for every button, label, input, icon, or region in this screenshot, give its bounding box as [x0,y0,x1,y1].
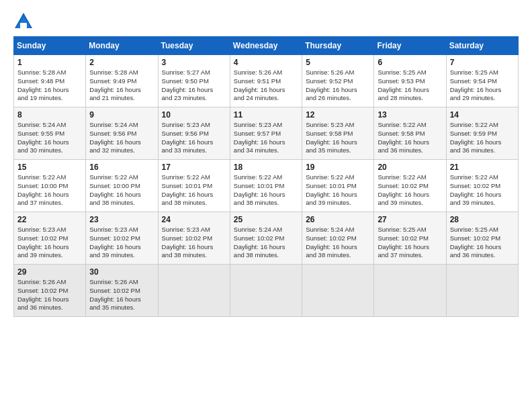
svg-rect-2 [20,23,27,28]
calendar-cell: 7Sunrise: 5:25 AM Sunset: 9:54 PM Daylig… [446,55,518,107]
calendar-cell [158,265,230,317]
calendar-cell [446,265,518,317]
day-info: Sunrise: 5:22 AM Sunset: 10:00 PM Daylig… [17,173,82,208]
day-info: Sunrise: 5:26 AM Sunset: 9:52 PM Dayligh… [306,68,370,103]
day-info: Sunrise: 5:25 AM Sunset: 10:02 PM Daylig… [450,226,515,260]
calendar-week-3: 15Sunrise: 5:22 AM Sunset: 10:00 PM Dayl… [14,160,519,212]
calendar-cell: 13Sunrise: 5:22 AM Sunset: 9:58 PM Dayli… [374,107,446,160]
calendar-header-friday: Friday [374,37,446,55]
calendar-cell: 22Sunrise: 5:23 AM Sunset: 10:02 PM Dayl… [14,212,86,265]
calendar-cell: 21Sunrise: 5:22 AM Sunset: 10:02 PM Dayl… [446,160,518,212]
calendar-header-thursday: Thursday [302,37,374,55]
day-number: 12 [306,110,370,120]
calendar-cell: 18Sunrise: 5:22 AM Sunset: 10:01 PM Dayl… [230,160,302,212]
day-info: Sunrise: 5:23 AM Sunset: 9:56 PM Dayligh… [162,121,226,155]
day-info: Sunrise: 5:24 AM Sunset: 10:02 PM Daylig… [306,226,370,260]
day-info: Sunrise: 5:22 AM Sunset: 10:01 PM Daylig… [306,173,370,208]
day-number: 29 [17,267,82,277]
calendar-cell: 12Sunrise: 5:23 AM Sunset: 9:58 PM Dayli… [302,107,374,160]
calendar-header-wednesday: Wednesday [230,37,302,55]
calendar-cell: 17Sunrise: 5:22 AM Sunset: 10:01 PM Dayl… [158,160,230,212]
day-number: 6 [378,58,442,67]
day-number: 5 [306,58,370,67]
day-info: Sunrise: 5:22 AM Sunset: 10:01 PM Daylig… [162,173,226,208]
day-info: Sunrise: 5:23 AM Sunset: 10:02 PM Daylig… [17,226,82,260]
calendar-cell: 15Sunrise: 5:22 AM Sunset: 10:00 PM Dayl… [14,160,86,212]
calendar-header-tuesday: Tuesday [158,37,230,55]
calendar-header-saturday: Saturday [446,37,518,55]
calendar-cell: 3Sunrise: 5:27 AM Sunset: 9:50 PM Daylig… [158,55,230,107]
day-info: Sunrise: 5:26 AM Sunset: 10:02 PM Daylig… [89,278,154,312]
calendar-cell: 25Sunrise: 5:24 AM Sunset: 10:02 PM Dayl… [230,212,302,265]
day-info: Sunrise: 5:22 AM Sunset: 10:00 PM Daylig… [89,173,154,208]
calendar-cell: 19Sunrise: 5:22 AM Sunset: 10:01 PM Dayl… [302,160,374,212]
page: SundayMondayTuesdayWednesdayThursdayFrid… [0,0,532,324]
calendar-cell: 27Sunrise: 5:25 AM Sunset: 10:02 PM Dayl… [374,212,446,265]
day-info: Sunrise: 5:22 AM Sunset: 9:58 PM Dayligh… [378,121,442,155]
day-number: 10 [162,110,226,120]
calendar: SundayMondayTuesdayWednesdayThursdayFrid… [13,36,519,317]
calendar-header-row: SundayMondayTuesdayWednesdayThursdayFrid… [14,37,519,55]
day-number: 30 [89,267,154,277]
day-number: 27 [378,215,442,224]
day-info: Sunrise: 5:25 AM Sunset: 9:54 PM Dayligh… [450,68,515,103]
day-number: 1 [17,58,82,67]
day-info: Sunrise: 5:23 AM Sunset: 9:58 PM Dayligh… [306,121,370,155]
day-number: 25 [234,215,298,224]
day-number: 19 [306,163,370,172]
day-info: Sunrise: 5:24 AM Sunset: 9:56 PM Dayligh… [89,121,154,155]
calendar-cell: 14Sunrise: 5:22 AM Sunset: 9:59 PM Dayli… [446,107,518,160]
day-number: 15 [17,163,82,172]
day-number: 7 [450,58,515,67]
day-info: Sunrise: 5:25 AM Sunset: 9:53 PM Dayligh… [378,68,442,103]
day-info: Sunrise: 5:27 AM Sunset: 9:50 PM Dayligh… [162,68,226,103]
calendar-cell: 28Sunrise: 5:25 AM Sunset: 10:02 PM Dayl… [446,212,518,265]
calendar-cell: 29Sunrise: 5:26 AM Sunset: 10:02 PM Dayl… [14,265,86,317]
day-number: 23 [89,215,154,224]
calendar-week-4: 22Sunrise: 5:23 AM Sunset: 10:02 PM Dayl… [14,212,519,265]
calendar-header-monday: Monday [86,37,158,55]
calendar-cell: 2Sunrise: 5:28 AM Sunset: 9:49 PM Daylig… [86,55,158,107]
calendar-cell: 20Sunrise: 5:22 AM Sunset: 10:02 PM Dayl… [374,160,446,212]
calendar-cell: 24Sunrise: 5:23 AM Sunset: 10:02 PM Dayl… [158,212,230,265]
day-info: Sunrise: 5:25 AM Sunset: 10:02 PM Daylig… [378,226,442,260]
calendar-cell: 26Sunrise: 5:24 AM Sunset: 10:02 PM Dayl… [302,212,374,265]
calendar-cell: 6Sunrise: 5:25 AM Sunset: 9:53 PM Daylig… [374,55,446,107]
day-info: Sunrise: 5:22 AM Sunset: 10:02 PM Daylig… [378,173,442,208]
day-info: Sunrise: 5:28 AM Sunset: 9:48 PM Dayligh… [17,68,82,103]
day-number: 3 [162,58,226,67]
calendar-week-5: 29Sunrise: 5:26 AM Sunset: 10:02 PM Dayl… [14,265,519,317]
day-number: 28 [450,215,515,224]
calendar-cell: 16Sunrise: 5:22 AM Sunset: 10:00 PM Dayl… [86,160,158,212]
day-number: 18 [234,163,298,172]
logo-icon [13,11,34,31]
day-info: Sunrise: 5:26 AM Sunset: 10:02 PM Daylig… [17,278,82,312]
day-info: Sunrise: 5:23 AM Sunset: 10:02 PM Daylig… [89,226,154,260]
day-number: 26 [306,215,370,224]
day-number: 13 [378,110,442,120]
day-number: 9 [89,110,154,120]
calendar-cell: 11Sunrise: 5:23 AM Sunset: 9:57 PM Dayli… [230,107,302,160]
calendar-cell: 8Sunrise: 5:24 AM Sunset: 9:55 PM Daylig… [14,107,86,160]
calendar-week-1: 1Sunrise: 5:28 AM Sunset: 9:48 PM Daylig… [14,55,519,107]
day-info: Sunrise: 5:24 AM Sunset: 10:02 PM Daylig… [234,226,298,260]
day-info: Sunrise: 5:24 AM Sunset: 9:55 PM Dayligh… [17,121,82,155]
calendar-cell: 5Sunrise: 5:26 AM Sunset: 9:52 PM Daylig… [302,55,374,107]
day-number: 16 [89,163,154,172]
calendar-cell: 4Sunrise: 5:26 AM Sunset: 9:51 PM Daylig… [230,55,302,107]
day-number: 17 [162,163,226,172]
day-info: Sunrise: 5:23 AM Sunset: 9:57 PM Dayligh… [234,121,298,155]
header [13,11,519,31]
calendar-cell [302,265,374,317]
calendar-cell: 30Sunrise: 5:26 AM Sunset: 10:02 PM Dayl… [86,265,158,317]
calendar-cell: 9Sunrise: 5:24 AM Sunset: 9:56 PM Daylig… [86,107,158,160]
day-number: 8 [17,110,82,120]
calendar-cell [374,265,446,317]
day-info: Sunrise: 5:23 AM Sunset: 10:02 PM Daylig… [162,226,226,260]
day-info: Sunrise: 5:26 AM Sunset: 9:51 PM Dayligh… [234,68,298,103]
logo [13,11,36,31]
day-number: 21 [450,163,515,172]
calendar-cell: 1Sunrise: 5:28 AM Sunset: 9:48 PM Daylig… [14,55,86,107]
calendar-header-sunday: Sunday [14,37,86,55]
day-info: Sunrise: 5:22 AM Sunset: 10:02 PM Daylig… [450,173,515,208]
